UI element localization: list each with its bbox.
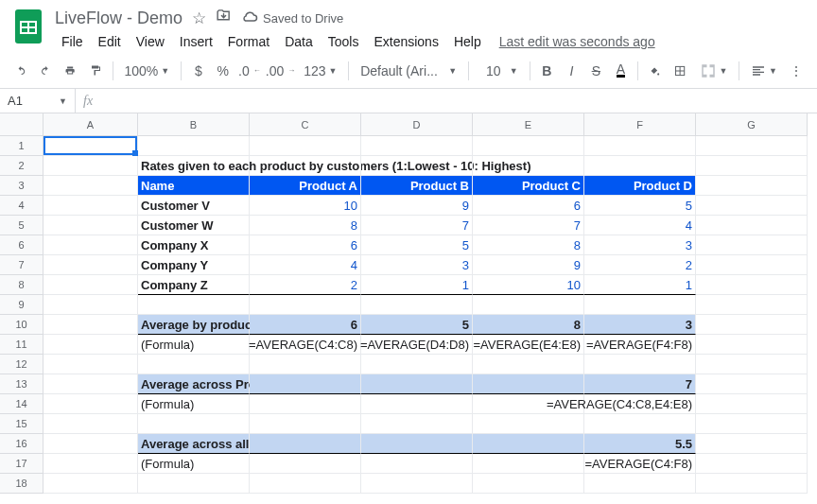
increase-decimal-button[interactable]: .00 → xyxy=(265,60,296,82)
menu-tools[interactable]: Tools xyxy=(322,30,366,53)
col-header-B[interactable]: B xyxy=(138,113,250,136)
cell[interactable]: Company Y xyxy=(138,255,250,275)
cell[interactable]: 10 xyxy=(473,275,584,295)
menu-file[interactable]: File xyxy=(55,30,90,53)
cell[interactable] xyxy=(473,474,584,494)
cell[interactable] xyxy=(584,474,696,494)
cell[interactable] xyxy=(696,255,808,275)
cell[interactable]: (Formula) xyxy=(138,394,250,414)
cell[interactable] xyxy=(43,255,138,275)
cell[interactable] xyxy=(43,275,138,295)
last-edit-link[interactable]: Last edit was seconds ago xyxy=(499,34,655,49)
cell[interactable] xyxy=(361,454,473,474)
more-formats-dropdown[interactable]: 123▼ xyxy=(298,60,342,82)
cell[interactable] xyxy=(250,414,361,434)
row-header-4[interactable]: 4 xyxy=(0,196,43,216)
menu-data[interactable]: Data xyxy=(278,30,320,53)
cell[interactable]: Rates given to each product by customers… xyxy=(138,156,250,176)
cell[interactable] xyxy=(250,156,361,176)
cell[interactable] xyxy=(250,295,361,315)
cell[interactable] xyxy=(361,414,473,434)
row-header-18[interactable]: 18 xyxy=(0,474,43,494)
row-header-6[interactable]: 6 xyxy=(0,235,43,255)
cell[interactable] xyxy=(250,136,361,156)
menu-edit[interactable]: Edit xyxy=(92,30,128,53)
cell[interactable]: Customer W xyxy=(138,216,250,235)
cell[interactable]: 7 xyxy=(584,374,696,394)
cell[interactable] xyxy=(473,374,584,394)
move-icon[interactable] xyxy=(216,8,232,28)
cell[interactable] xyxy=(43,394,138,414)
cell[interactable] xyxy=(43,136,138,156)
row-header-9[interactable]: 9 xyxy=(0,295,43,315)
bold-button[interactable]: B xyxy=(535,60,558,82)
cell[interactable] xyxy=(361,136,473,156)
star-icon[interactable]: ☆ xyxy=(192,9,206,28)
horizontal-align-button[interactable]: ▼ xyxy=(745,60,783,82)
cell[interactable]: 5 xyxy=(361,315,473,335)
cell[interactable] xyxy=(696,295,808,315)
cell[interactable]: Product C xyxy=(473,176,584,196)
row-header-2[interactable]: 2 xyxy=(0,156,43,176)
cell[interactable]: 1 xyxy=(584,275,696,295)
cell[interactable] xyxy=(696,235,808,255)
cell[interactable] xyxy=(584,136,696,156)
cell[interactable] xyxy=(43,196,138,216)
cell[interactable] xyxy=(696,156,808,176)
cell[interactable] xyxy=(696,216,808,235)
cell[interactable]: 6 xyxy=(250,315,361,335)
cell[interactable] xyxy=(138,136,250,156)
doc-title[interactable]: LiveFlow - Demo xyxy=(55,9,183,28)
cell[interactable]: 4 xyxy=(250,255,361,275)
row-header-8[interactable]: 8 xyxy=(0,275,43,295)
paint-format-button[interactable] xyxy=(84,59,107,82)
cell[interactable]: Product B xyxy=(361,176,473,196)
borders-button[interactable] xyxy=(669,59,691,83)
row-header-7[interactable]: 7 xyxy=(0,255,43,275)
row-header-1[interactable]: 1 xyxy=(0,136,43,156)
cell[interactable] xyxy=(43,374,138,394)
cell[interactable] xyxy=(361,434,473,454)
row-header-12[interactable]: 12 xyxy=(0,355,43,374)
cell[interactable] xyxy=(250,454,361,474)
strikethrough-button[interactable]: S xyxy=(584,60,607,82)
cell[interactable]: Product A xyxy=(250,176,361,196)
menu-view[interactable]: View xyxy=(130,30,171,53)
cell[interactable] xyxy=(43,315,138,335)
cell[interactable]: Average across all products xyxy=(138,434,250,454)
sheets-logo[interactable] xyxy=(9,8,47,45)
cell[interactable] xyxy=(361,474,473,494)
cell[interactable] xyxy=(43,414,138,434)
cell[interactable]: Name xyxy=(138,176,250,196)
cell[interactable] xyxy=(250,394,361,414)
cell[interactable] xyxy=(473,156,584,176)
cell[interactable]: =AVERAGE(C4:C8,E4:E8) xyxy=(584,394,696,414)
percent-button[interactable]: % xyxy=(212,60,235,82)
col-header-D[interactable]: D xyxy=(361,113,473,136)
cell[interactable]: =AVERAGE(E4:E8) xyxy=(473,335,584,355)
cell[interactable]: Product D xyxy=(584,176,696,196)
cell[interactable]: Company X xyxy=(138,235,250,255)
cell[interactable]: Average by product xyxy=(138,315,250,335)
row-header-17[interactable]: 17 xyxy=(0,454,43,474)
menu-help[interactable]: Help xyxy=(447,30,488,53)
cell[interactable] xyxy=(473,454,584,474)
cell[interactable]: 2 xyxy=(584,255,696,275)
cell[interactable]: 8 xyxy=(250,216,361,235)
cell[interactable]: 3 xyxy=(361,255,473,275)
cell[interactable] xyxy=(43,474,138,494)
row-header-10[interactable]: 10 xyxy=(0,315,43,335)
cell[interactable]: (Formula) xyxy=(138,454,250,474)
italic-button[interactable]: I xyxy=(560,60,582,82)
cell[interactable] xyxy=(43,176,138,196)
cell[interactable] xyxy=(361,374,473,394)
cell[interactable] xyxy=(43,355,138,374)
cell[interactable] xyxy=(473,355,584,374)
cell[interactable] xyxy=(696,454,808,474)
cell[interactable]: 8 xyxy=(473,235,584,255)
formula-bar[interactable] xyxy=(100,89,817,113)
fill-color-button[interactable] xyxy=(644,59,667,83)
col-header-C[interactable]: C xyxy=(250,113,361,136)
cell[interactable] xyxy=(696,394,808,414)
cell[interactable]: 5 xyxy=(361,235,473,255)
